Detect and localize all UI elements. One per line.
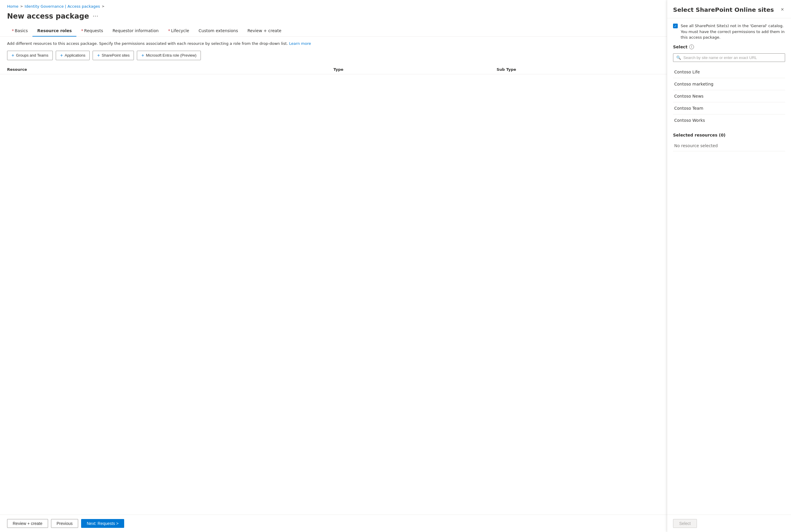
sharepoint-sites-button[interactable]: + SharePoint sites — [93, 51, 134, 60]
next-button[interactable]: Next: Requests > — [81, 519, 124, 528]
site-list: Contoso Life Contoso marketing Contoso N… — [673, 66, 785, 126]
panel-close-button[interactable]: × — [779, 5, 785, 14]
site-item-1[interactable]: Contoso marketing — [673, 78, 785, 90]
plus-icon-entra: + — [141, 53, 144, 58]
no-resource-text: No resource selected — [673, 140, 785, 151]
tab-resource-roles[interactable]: Resource roles — [33, 25, 76, 37]
tab-basics[interactable]: *Basics — [7, 25, 33, 37]
checkbox-row: See all SharePoint Site(s) not in the 'G… — [673, 23, 785, 40]
selected-resources-section: Selected resources (0) No resource selec… — [673, 133, 785, 151]
breadcrumb-sep-2: > — [102, 4, 105, 8]
panel-footer: Select — [667, 515, 791, 532]
resource-buttons-container: + Groups and Teams + Applications + Shar… — [0, 51, 667, 65]
left-panel: Home > Identity Governance | Access pack… — [0, 0, 667, 532]
tab-review-create[interactable]: Review + create — [243, 25, 286, 37]
page-title: New access package — [7, 12, 89, 20]
select-info-icon[interactable]: i — [689, 44, 694, 49]
page-title-menu[interactable]: ··· — [93, 13, 98, 20]
tabs-container: *Basics Resource roles *Requests Request… — [0, 25, 667, 37]
sharepoint-sites-label: SharePoint sites — [102, 53, 130, 57]
panel-body: See all SharePoint Site(s) not in the 'G… — [667, 18, 791, 515]
groups-teams-button[interactable]: + Groups and Teams — [7, 51, 53, 60]
learn-more-link[interactable]: Learn more — [289, 41, 311, 46]
applications-label: Applications — [64, 53, 85, 57]
see-all-sites-checkbox[interactable] — [673, 24, 678, 28]
plus-icon-sharepoint: + — [97, 53, 100, 58]
breadcrumb: Home > Identity Governance | Access pack… — [0, 0, 667, 10]
plus-icon-applications: + — [60, 53, 63, 58]
search-icon: 🔍 — [676, 55, 681, 60]
panel-header: Select SharePoint Online sites × — [667, 0, 791, 18]
table-header: Resource Type Sub Type — [0, 65, 667, 74]
plus-icon-groups: + — [12, 53, 14, 58]
review-create-button[interactable]: Review + create — [7, 519, 48, 528]
panel-title: Select SharePoint Online sites — [673, 6, 774, 13]
checkbox-label: See all SharePoint Site(s) not in the 'G… — [681, 23, 785, 40]
tab-custom-extensions[interactable]: Custom extensions — [194, 25, 243, 37]
page-header: New access package ··· — [0, 10, 667, 25]
entra-role-button[interactable]: + Microsoft Entra role (Preview) — [137, 51, 201, 60]
site-item-0[interactable]: Contoso Life — [673, 66, 785, 78]
select-button[interactable]: Select — [673, 519, 697, 528]
table-body — [0, 74, 667, 515]
site-item-3[interactable]: Contoso Team — [673, 102, 785, 114]
site-item-4[interactable]: Contoso Works — [673, 114, 785, 126]
breadcrumb-sep-1: > — [20, 4, 23, 8]
bottom-bar: Review + create Previous Next: Requests … — [0, 515, 667, 532]
tab-requests[interactable]: *Requests — [76, 25, 108, 37]
entra-role-label: Microsoft Entra role (Preview) — [146, 53, 196, 57]
col-resource: Resource — [7, 67, 334, 72]
select-label: Select — [673, 44, 688, 49]
selected-resources-title: Selected resources (0) — [673, 133, 785, 137]
col-type: Type — [334, 67, 497, 72]
breadcrumb-identity-governance[interactable]: Identity Governance | Access packages — [25, 4, 100, 8]
right-panel: Select SharePoint Online sites × See all… — [667, 0, 791, 532]
site-item-2[interactable]: Contoso News — [673, 90, 785, 102]
search-input[interactable] — [683, 55, 782, 60]
applications-button[interactable]: + Applications — [56, 51, 90, 60]
select-label-row: Select i — [673, 44, 785, 49]
tab-requestor-info[interactable]: Requestor information — [108, 25, 163, 37]
previous-button[interactable]: Previous — [51, 519, 78, 528]
search-box: 🔍 — [673, 53, 785, 62]
tab-lifecycle[interactable]: *Lifecycle — [163, 25, 194, 37]
col-subtype: Sub Type — [497, 67, 660, 72]
breadcrumb-home[interactable]: Home — [7, 4, 18, 8]
groups-teams-label: Groups and Teams — [16, 53, 49, 57]
info-text: Add different resources to this access p… — [0, 37, 667, 51]
